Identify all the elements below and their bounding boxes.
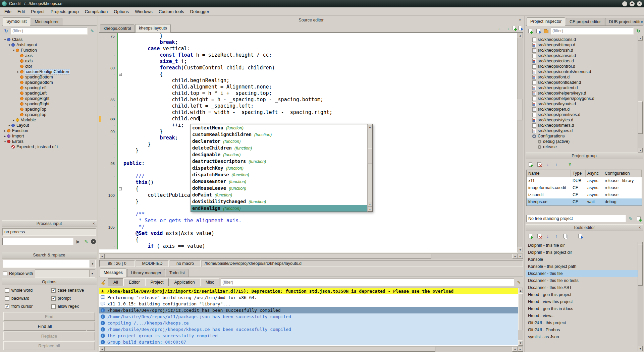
scroll-down-icon[interactable]: ▼ [518,247,523,252]
replace-term-field[interactable] [35,270,89,277]
scroll-down-icon[interactable]: ▼ [368,207,372,212]
symbol-tree-item[interactable]: ▸Variable [2,117,97,123]
edit-symbols-icon[interactable]: ✎ [89,27,96,34]
editor-hscroll-thumb[interactable] [105,254,431,259]
project-row[interactable]: imageformats.coeditCEasyncrelease [527,184,642,191]
code-line[interactable]: · * Sets or gets the alignment axis. [99,218,517,224]
code-line[interactable]: · child.alignment = Alignment.none; [99,84,517,90]
symbol-tree-item[interactable]: ctor [2,64,97,69]
completion-item[interactable]: dispatchMouse(function) [191,171,367,178]
gutter-cell[interactable]: · [99,90,118,97]
symbol-tree-item[interactable]: ▸Function [2,128,97,133]
project-file-item[interactable]: src/kheops/pen.d [528,107,638,112]
gutter-cell[interactable]: · [99,109,118,116]
open-file-icon[interactable] [518,26,522,30]
symbol-tree-item[interactable]: spacingRight [2,101,97,107]
tab-dub-project-editor[interactable]: DUB project editor [605,18,644,25]
close-button[interactable]: × [637,1,642,6]
scroll-down-icon[interactable]: ▼ [638,148,643,153]
find-button[interactable]: Find [3,312,95,321]
move-tool-down-icon[interactable]: ↓ [544,233,551,239]
gutter-cell[interactable]: 95 [99,160,118,167]
search-option-backward[interactable]: backward [5,296,51,301]
message-row[interactable]: icompiling /.../kheops/kheops.ce [99,320,518,326]
symbol-tree-item[interactable]: ▸Import [2,133,97,139]
gutter-cell[interactable]: 75 [99,33,118,39]
gutter-cell[interactable]: · [99,211,118,218]
search-option-allow-regex[interactable]: allow regex [51,304,95,309]
tab-messages[interactable]: Messages [100,269,126,277]
messages-edit-icon[interactable]: ✎ [516,279,522,286]
message-row[interactable]: Performing "release" build using /usr/bi… [99,294,518,301]
scroll-down-icon[interactable]: ▼ [518,340,523,346]
tool-item[interactable]: Hmod - gen this project [526,291,643,298]
messages-hscrollbar[interactable]: ◂ ◂ ▸ [99,346,523,352]
symbol-tree-item[interactable]: ▾Function [2,48,97,53]
completion-item[interactable]: endRealign(function) [191,205,367,212]
tool-item[interactable]: Dscanner - this file [526,270,643,277]
gutter-cell[interactable]: · [99,122,118,128]
add-free-standing-icon[interactable] [635,215,642,222]
replace-dropdown-icon[interactable]: ▾ [89,270,95,277]
project-file-item[interactable]: src/kheops/canvas.d [528,53,638,58]
completion-item[interactable]: deleteChildren(function) [191,144,367,151]
scroll-up-icon[interactable]: ▲ [368,202,372,207]
completion-item[interactable]: doVisibilityChanged(function) [191,198,367,205]
gutter-cell[interactable]: · [99,205,118,211]
filter-all-button[interactable]: All [108,278,123,286]
project-file-item[interactable]: src/kheops/actions.d [528,37,638,42]
go-back-icon[interactable]: ← [497,25,502,31]
project-row[interactable]: iz.coeditCEasyncrelease [527,191,642,198]
message-row[interactable]: /home/basile/Dev/dproj/iz/import/iz/seri… [99,288,518,294]
kill-process-icon[interactable]: × [91,239,96,244]
code-line[interactable]: · size_t i; [99,58,517,65]
gutter-cell[interactable]: · [99,218,118,224]
completion-item[interactable]: destructDescriptors(function) [191,158,367,165]
symbol-tree-item[interactable]: spacingTop [2,112,97,117]
move-tool-up-icon[interactable]: ↑ [553,233,560,239]
gutter-cell[interactable]: 80 [99,65,118,71]
completion-item[interactable]: doMouseLeave(function) [191,185,367,191]
project-file-item[interactable]: src/kheops/timers.d [528,123,638,128]
open-source-icon[interactable] [535,27,541,34]
scroll-left-icon[interactable]: ◂ [512,347,518,352]
tool-item[interactable]: Hmod - view this project [526,298,643,305]
gutter-cell[interactable]: · [99,46,118,52]
scroll-up-icon[interactable]: ▲ [368,124,372,129]
code-line[interactable]: · child.beginRealign; [99,77,517,84]
tab-kheops-layouts[interactable]: kheops.layouts [135,24,170,33]
checkbox-checked-icon[interactable]: ✓ [5,304,9,309]
gutter-cell[interactable]: · [99,173,118,179]
close-tools-panel-icon[interactable]: × [638,225,641,230]
compile-group-icon[interactable]: Y [567,161,573,168]
tool-item[interactable]: Konsole - this project path [526,263,643,270]
project-row[interactable]: x11DUBasyncrelease - library [527,177,642,184]
message-row[interactable]: iGroup build duration: 00:00:07 [99,339,518,345]
gutter-cell[interactable]: 100 [99,192,118,198]
project-file-item[interactable]: src/kheops/layouts.d [528,101,638,107]
completion-item[interactable]: declarator(function) [191,138,367,144]
tab-library-manager[interactable]: Library manager [127,269,165,277]
menu-item-project[interactable]: Project [28,8,47,15]
code-line[interactable]: 88 child.end [99,116,517,122]
clear-messages-icon[interactable] [100,279,107,286]
expand-down-icon[interactable]: ▾ [3,38,7,41]
messages-filter-input[interactable] [221,279,514,286]
scroll-right-icon[interactable]: ▸ [518,347,523,352]
tab-symbol-list[interactable]: Symbol list [3,17,30,26]
gutter-cell[interactable]: · [99,71,118,77]
search-dropdown-icon[interactable]: ▾ [90,260,95,268]
code-line[interactable]: · break; [99,39,517,46]
gutter-cell[interactable]: · [99,58,118,65]
tool-item[interactable]: Hmod - view... [526,312,643,319]
tool-item[interactable]: Git GUI - Phobos [526,326,643,333]
replace-with-checkbox[interactable] [3,272,7,276]
scroll-right-icon[interactable]: ▸ [518,254,523,259]
remove-tool-icon[interactable] [536,233,542,239]
project-file-item[interactable]: src/kheops/helpers/polygons.d [528,96,638,101]
expand-right-icon[interactable]: ▸ [3,129,7,132]
checkbox-checked-icon[interactable]: ✓ [51,296,56,301]
tool-item[interactable]: Hmod - gen this in /docs [526,305,643,312]
symbol-tree-item[interactable]: axis [2,58,97,64]
menu-item-compilation[interactable]: Compilation [82,8,111,15]
